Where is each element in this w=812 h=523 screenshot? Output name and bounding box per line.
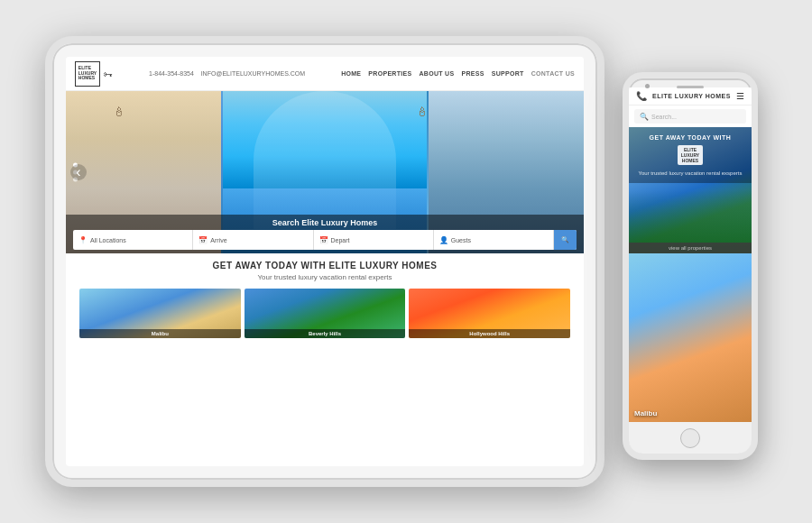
section-getaway: GET AWAY TODAY WITH ELITE LUXURY HOMES Y… [66,253,584,345]
scene: ELITELUXURYHOMES 🗝 1-844-354-8354 INFO@E… [0,0,812,523]
phone-malibu-bg [629,253,752,422]
nav-press[interactable]: PRESS [461,70,484,77]
arrive-field[interactable]: 📅 Arrive [193,230,313,250]
phone-top-bar [629,78,752,87]
phone-speaker [677,86,704,88]
phone-logo-text: ELITELUXURYHOMES [681,147,699,163]
hero-prev-arrow[interactable]: ‹ [70,164,87,180]
phone-search-icon: 🔍 [640,113,649,121]
phone-screen: 📞 ELITE LUXURY HOMES ☰ 🔍 Search... GET A… [629,87,752,422]
nav-contact[interactable]: CONTACT US [531,70,575,77]
phone-header: 📞 ELITE LUXURY HOMES ☰ [629,87,752,106]
section-subtitle: Your trusted luxury vacation rental expe… [79,273,570,281]
property-thumb-beverly[interactable]: Beverly Hills [245,289,406,338]
arrive-icon: 📅 [198,236,208,244]
phone-device: 📞 ELITE LUXURY HOMES ☰ 🔍 Search... GET A… [623,72,758,460]
property-thumb-malibu[interactable]: Malibu [79,289,241,338]
phone-logo-small: ELITELUXURYHOMES [678,145,703,165]
contact-info: 1-844-354-8354 INFO@ELITELUXURYHOMES.COM [149,70,305,77]
email-address: INFO@ELITELUXURYHOMES.COM [201,70,306,77]
sconce-left-icon: 🕯 [113,105,125,119]
logo-box: ELITELUXURYHOMES [75,61,100,87]
hero-area: 🕯 🕯 ‹ [66,91,584,253]
site-header: ELITELUXURYHOMES 🗝 1-844-354-8354 INFO@E… [66,57,584,91]
tablet-screen: ELITELUXURYHOMES 🗝 1-844-354-8354 INFO@E… [66,57,584,466]
search-icon: 🔍 [561,236,569,243]
phone-getaway-label: GET AWAY TODAY WITH [636,134,744,141]
phone-number: 1-844-354-8354 [149,70,194,77]
guests-icon: 👤 [439,236,448,244]
hamburger-icon[interactable]: ☰ [736,91,744,101]
search-button[interactable]: 🔍 [554,230,577,250]
property-thumbs: Malibu Beverly Hills Hollywood Hills [79,289,570,338]
sconce-right-icon: 🕯 [416,105,429,119]
depart-icon: 📅 [319,236,328,244]
phone-site-title: ELITE LUXURY HOMES [652,93,731,99]
phone-hero: GET AWAY TODAY WITH ELITELUXURYHOMES You… [629,127,752,253]
nav-support[interactable]: SUPPORT [492,70,524,77]
search-bar: 📍 All Locations 📅 Arrive 📅 Depart � [73,230,577,250]
nav-about[interactable]: ABOUT US [419,70,454,77]
section-title: GET AWAY TODAY WITH ELITE LUXURY HOMES [79,261,570,271]
property-label-beverly: Beverly Hills [245,329,406,338]
site-nav: HOME PROPERTIES ABOUT US PRESS SUPPORT C… [341,70,575,77]
nav-home[interactable]: HOME [341,70,361,77]
phone-home-button[interactable] [680,428,700,448]
phone-search-bar[interactable]: 🔍 Search... [634,109,746,124]
search-title: Search Elite Luxury Homes [73,218,577,227]
location-field[interactable]: 📍 All Locations [73,230,193,250]
property-label-hollywood: Hollywood Hills [409,329,570,338]
tablet-device: ELITELUXURYHOMES 🗝 1-844-354-8354 INFO@E… [45,36,604,487]
property-label-malibu: Malibu [79,329,241,338]
phone-search-placeholder: Search... [651,114,677,120]
guests-field[interactable]: 👤 Guests [434,230,554,250]
search-overlay: Search Elite Luxury Homes 📍 All Location… [66,215,584,253]
phone-trusted-text: Your trusted luxury vacation rental exsp… [636,170,744,176]
phone-hero-overlay: GET AWAY TODAY WITH ELITELUXURYHOMES You… [629,127,752,183]
phone-view-all-button[interactable]: view all properties [629,243,752,253]
call-icon[interactable]: 📞 [636,91,647,101]
depart-field[interactable]: 📅 Depart [314,230,434,250]
property-thumb-hollywood[interactable]: Hollywood Hills [409,289,570,338]
phone-malibu-section[interactable]: Malibu [629,253,752,422]
phone-camera [645,84,650,88]
location-icon: 📍 [78,236,88,244]
nav-properties[interactable]: PROPERTIES [368,70,411,77]
site-logo: ELITELUXURYHOMES 🗝 [75,61,113,87]
phone-bottom-bar [629,422,752,454]
phone-malibu-label: Malibu [634,409,657,417]
logo-key-icon: 🗝 [104,69,113,79]
